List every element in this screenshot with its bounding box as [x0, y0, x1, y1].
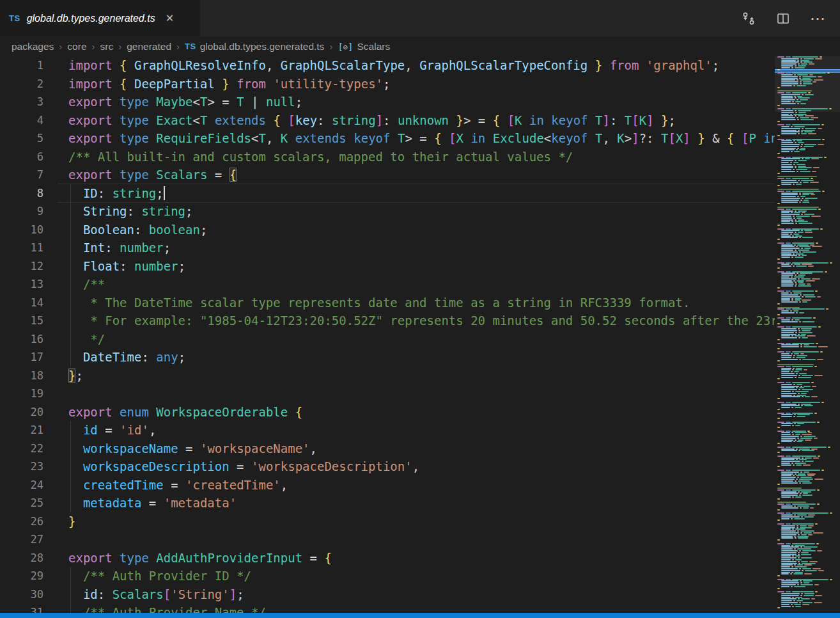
- line-number[interactable]: 30: [0, 585, 58, 604]
- code-line[interactable]: DateTime: any;: [58, 348, 775, 367]
- code-line[interactable]: /** Auth Provider ID */: [58, 567, 775, 585]
- line-number[interactable]: 19: [0, 384, 58, 403]
- code-line[interactable]: export type Maybe<T> = T | null;: [58, 93, 775, 111]
- minimap-line: [775, 496, 840, 498]
- code-line[interactable]: * The DateTime scalar type represents da…: [58, 294, 775, 312]
- indent-guide: [70, 294, 71, 312]
- type-symbol-icon: [⊘]: [338, 42, 353, 52]
- line-number[interactable]: 17: [0, 348, 58, 367]
- line-number[interactable]: 16: [0, 330, 58, 349]
- line-number[interactable]: 26: [0, 512, 58, 531]
- line-number[interactable]: 4: [0, 111, 58, 130]
- more-actions-icon[interactable]: ⋯: [809, 10, 826, 27]
- breadcrumb-item-core[interactable]: core: [67, 41, 86, 52]
- minimap-line: [775, 203, 840, 204]
- breadcrumb-item-packages[interactable]: packages: [12, 41, 54, 52]
- breadcrumb-item-file[interactable]: TS global.db.types.generated.ts: [185, 41, 324, 52]
- minimap-line: [775, 461, 840, 462]
- minimap-line: [775, 200, 840, 201]
- code-line[interactable]: export type Exact<T extends { [key: stri…: [58, 111, 775, 130]
- split-editor-icon[interactable]: [775, 10, 791, 27]
- code-line[interactable]: metadata = 'metadata': [58, 494, 775, 512]
- minimap-line: [775, 440, 840, 441]
- code-line[interactable]: id = 'id',: [58, 421, 775, 440]
- line-number[interactable]: 22: [0, 440, 58, 458]
- line-number[interactable]: 29: [0, 567, 58, 585]
- breadcrumb-item-symbol[interactable]: [⊘] Scalars: [338, 41, 390, 52]
- line-number[interactable]: 18: [0, 367, 58, 385]
- tab-close-icon[interactable]: ✕: [166, 12, 174, 24]
- minimap-line: [775, 387, 840, 388]
- minimap-line: [775, 244, 840, 246]
- code-line[interactable]: Float: number;: [58, 257, 775, 276]
- code-line[interactable]: String: string;: [58, 202, 775, 221]
- line-number[interactable]: 5: [0, 129, 58, 148]
- line-number[interactable]: 14: [0, 294, 58, 312]
- tab-global-db-types-generated[interactable]: TS global.db.types.generated.ts ✕: [0, 0, 200, 36]
- code-line[interactable]: export type Scalars = {: [58, 166, 775, 184]
- code-line[interactable]: export enum WorkspaceOrderable {: [58, 403, 775, 422]
- line-number[interactable]: 13: [0, 275, 58, 294]
- line-number[interactable]: 1: [0, 56, 58, 75]
- line-number[interactable]: 2: [0, 75, 58, 93]
- line-number[interactable]: 10: [0, 221, 58, 239]
- minimap-line: [775, 325, 840, 326]
- open-changes-icon[interactable]: [740, 10, 757, 27]
- line-number[interactable]: 11: [0, 239, 58, 257]
- code-line[interactable]: }: [58, 512, 775, 531]
- minimap-line: [775, 391, 840, 392]
- code-line[interactable]: Int: number;: [58, 239, 775, 257]
- minimap-line: [775, 175, 840, 176]
- line-number[interactable]: 7: [0, 166, 58, 184]
- minimap-line: [775, 429, 840, 430]
- code-line[interactable]: /**: [58, 275, 775, 294]
- code-line[interactable]: /** Auth Provider Name */: [58, 603, 775, 613]
- minimap-line: [775, 396, 840, 397]
- code-line[interactable]: ID: string;: [58, 184, 775, 203]
- line-number[interactable]: 15: [0, 312, 58, 330]
- code-area[interactable]: import { GraphQLResolveInfo, GraphQLScal…: [58, 56, 775, 613]
- code-line[interactable]: */: [58, 330, 775, 349]
- line-number[interactable]: 12: [0, 257, 58, 276]
- line-number[interactable]: 21: [0, 421, 58, 440]
- code-line[interactable]: import { DeepPartial } from 'utility-typ…: [58, 75, 775, 93]
- line-number[interactable]: 31: [0, 603, 58, 613]
- minimap[interactable]: [775, 56, 840, 613]
- breadcrumb-item-src[interactable]: src: [100, 41, 114, 52]
- indent-guide: [70, 476, 71, 495]
- code-line[interactable]: workspaceDescription = 'workspaceDescrip…: [58, 457, 775, 476]
- line-number[interactable]: 27: [0, 530, 58, 549]
- code-line[interactable]: [58, 530, 775, 549]
- minimap-line: [775, 355, 840, 356]
- code-line[interactable]: export type AddAuthProviderInput = {: [58, 549, 775, 567]
- code-line[interactable]: createdTime = 'createdTime',: [58, 476, 775, 495]
- line-number[interactable]: 23: [0, 457, 58, 476]
- line-number[interactable]: 20: [0, 403, 58, 422]
- minimap-line: [775, 434, 840, 435]
- code-line[interactable]: workspaceName = 'workspaceName',: [58, 440, 775, 458]
- code-line[interactable]: export type RequireFields<T, K extends k…: [58, 129, 775, 148]
- code-line[interactable]: import { GraphQLResolveInfo, GraphQLScal…: [58, 56, 775, 75]
- code-line[interactable]: id: Scalars['String'];: [58, 585, 775, 604]
- line-number[interactable]: 3: [0, 93, 58, 111]
- code-line[interactable]: /** All built-in and custom scalars, map…: [58, 148, 775, 166]
- breadcrumb-item-generated[interactable]: generated: [127, 41, 171, 52]
- line-number[interactable]: 25: [0, 494, 58, 512]
- minimap-line: [775, 187, 840, 188]
- minimap-line: [775, 210, 840, 212]
- minimap-line: [775, 552, 840, 553]
- code-line[interactable]: };: [58, 367, 775, 385]
- code-line[interactable]: Boolean: boolean;: [58, 221, 775, 239]
- minimap-line: [775, 411, 840, 412]
- code-line[interactable]: [58, 384, 775, 403]
- line-number[interactable]: 28: [0, 549, 58, 567]
- line-number[interactable]: 24: [0, 476, 58, 495]
- minimap-line: [775, 541, 840, 543]
- line-number[interactable]: 8: [0, 184, 58, 203]
- gutter[interactable]: 1234567891011121314151617181920212223242…: [0, 56, 58, 613]
- minimap-line: [775, 454, 840, 455]
- line-number[interactable]: 9: [0, 202, 58, 221]
- code-line[interactable]: * For example: "1985-04-12T23:20:50.52Z"…: [58, 312, 775, 330]
- minimap-line: [775, 448, 840, 450]
- line-number[interactable]: 6: [0, 148, 58, 166]
